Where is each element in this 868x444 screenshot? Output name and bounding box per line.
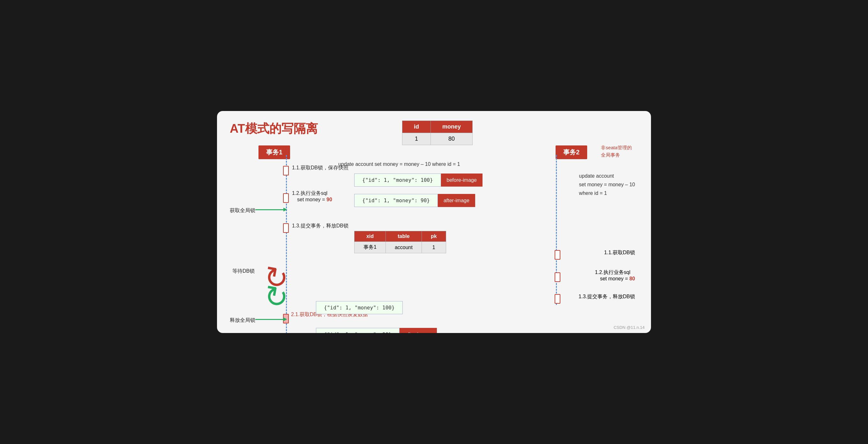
release-lock-arrow <box>255 319 284 320</box>
before-image-data: {"id": 1, "money": 100} <box>354 173 441 187</box>
tx2-step1-3-box <box>555 294 560 304</box>
tx2-step1-2-label: 1.2.执行业务sql set money = 80 <box>595 269 635 282</box>
wait-db-lock-label: 等待DB锁 <box>232 268 255 275</box>
col-pk: pk <box>422 231 446 242</box>
undo-log-row: 事务1 account 1 <box>354 242 446 253</box>
before-image-container: {"id": 1, "money": 100} before-image <box>354 173 483 187</box>
rollback-image-data: {"id": 1, "money": 100} <box>316 301 403 314</box>
tx2-label: 事务2 <box>556 146 587 159</box>
cell-id: 1 <box>402 133 431 145</box>
tx2-step1-2-box <box>555 273 560 282</box>
tx1-label: 事务1 <box>258 146 290 159</box>
tx2-timeline <box>556 155 557 305</box>
cell-pk: 1 <box>422 242 446 253</box>
table-row: 1 80 <box>402 133 473 145</box>
acquire-lock-arrow <box>255 209 284 210</box>
acquire-lock-label: 获取全局锁 <box>230 207 255 214</box>
after-image-label: after-image <box>438 194 475 207</box>
rollback-image-container: {"id": 1, "money": 100} <box>316 301 403 314</box>
tx1-step1-1-label: 1.1.获取DB锁，保存快照 <box>292 165 348 171</box>
col-table: table <box>385 231 422 242</box>
after-image2-container: {"id": 1, "money": 90} after-image <box>316 328 437 333</box>
tx1-step1-3-label: 1.3.提交事务，释放DB锁 <box>292 223 348 229</box>
tx1-step1-2-label: 1.2.执行业务sql set money = 90 <box>292 190 332 202</box>
col-id: id <box>402 121 431 133</box>
after-image-container: {"id": 1, "money": 90} after-image <box>354 194 475 207</box>
after-image-data: {"id": 1, "money": 90} <box>354 194 438 207</box>
slide: AT模式的写隔离 id money 1 80 事务1 事务2 非seata管理的… <box>217 111 651 333</box>
before-image-label: before-image <box>441 173 483 187</box>
after-image2-label: after-image <box>400 328 437 333</box>
top-data-table: id money 1 80 <box>402 121 473 145</box>
after-image2-data: {"id": 1, "money": 90} <box>316 328 400 333</box>
cell-table: account <box>385 242 422 253</box>
release-lock-label: 释放全局锁 <box>230 317 255 324</box>
tx1-step1-3-box <box>283 223 289 233</box>
tx2-step1-3-label: 1.3.提交事务，释放DB锁 <box>579 293 635 300</box>
tx1-step1-2-box <box>283 193 289 203</box>
cell-xid: 事务1 <box>354 242 386 253</box>
tx1-step1-1-box <box>283 166 289 176</box>
tx1-sql: update account set money = money – 10 wh… <box>338 161 460 167</box>
tx2-step1-1-label: 1.1.获取DB锁 <box>604 249 635 256</box>
watermark: CSDN @11.n.14 <box>614 325 645 330</box>
col-xid: xid <box>354 231 386 242</box>
cell-money: 80 <box>431 133 473 145</box>
col-money: money <box>431 121 473 133</box>
tx2-sql: update account set money = money – 10 wh… <box>579 171 635 198</box>
undo-log-table: xid table pk 事务1 account 1 <box>354 231 446 253</box>
tx2-step1-1-box <box>555 250 560 260</box>
tx2-note: 非seata管理的 全局事务 <box>601 144 632 159</box>
